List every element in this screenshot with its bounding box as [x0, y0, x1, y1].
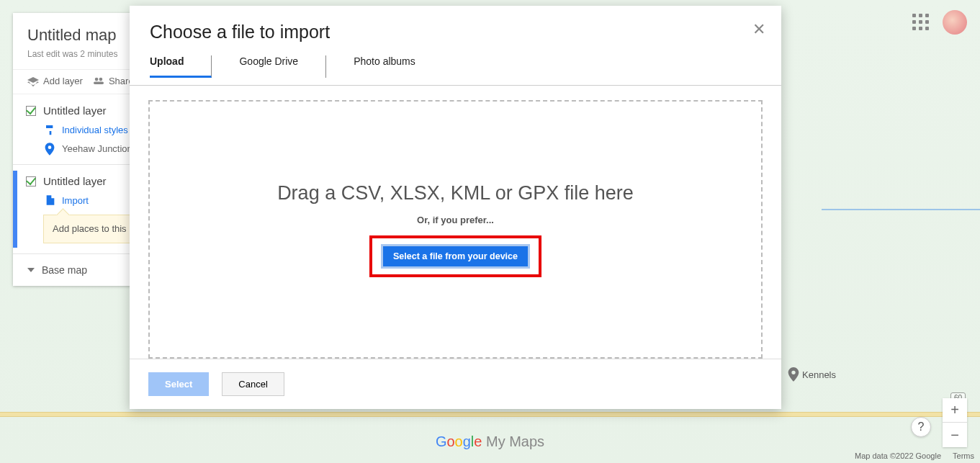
- import-modal: Choose a file to import ✕ Upload Google …: [130, 6, 781, 409]
- select-file-button[interactable]: Select a file from your device: [381, 244, 530, 269]
- instruction-highlight: Select a file from your device: [369, 235, 541, 277]
- close-icon[interactable]: ✕: [752, 20, 765, 39]
- map-data-text: Map data ©2022 Google: [855, 451, 941, 460]
- zoom-control: + −: [943, 398, 967, 447]
- chevron-down-icon: [27, 268, 35, 272]
- share-icon: [93, 76, 104, 86]
- tab-google-drive[interactable]: Google Drive: [212, 55, 326, 78]
- help-button[interactable]: ?: [911, 417, 931, 437]
- layer-visibility-checkbox[interactable]: [26, 106, 36, 116]
- cancel-button[interactable]: Cancel: [222, 372, 284, 396]
- tab-upload[interactable]: Upload: [150, 55, 212, 78]
- layer-name[interactable]: Untitled layer: [43, 104, 107, 117]
- svg-point-0: [95, 77, 99, 81]
- account-avatar[interactable]: [943, 10, 967, 35]
- import-icon: [45, 194, 56, 206]
- add-layer-button[interactable]: Add layer: [27, 76, 83, 86]
- dropzone-heading: Drag a CSV, XLSX, KML or GPX file here: [277, 182, 634, 204]
- paint-roller-icon: [45, 124, 56, 135]
- google-apps-icon[interactable]: [912, 14, 930, 31]
- layers-icon: [27, 76, 39, 86]
- svg-point-1: [99, 77, 103, 81]
- layer-name[interactable]: Untitled layer: [43, 175, 107, 187]
- zoom-in-button[interactable]: +: [943, 398, 967, 423]
- divider: [130, 85, 781, 86]
- poi-label[interactable]: Kennels: [788, 367, 836, 382]
- svg-rect-2: [94, 81, 104, 84]
- modal-tabs: Upload Google Drive Photo albums: [150, 55, 761, 78]
- dropzone-sub: Or, if you prefer...: [417, 215, 494, 225]
- terms-link[interactable]: Terms: [953, 451, 974, 460]
- google-mymaps-logo: Google My Maps: [436, 433, 544, 450]
- share-button[interactable]: Share: [93, 76, 134, 86]
- river: [822, 209, 980, 210]
- modal-title: Choose a file to import: [150, 22, 761, 42]
- dropzone[interactable]: Drag a CSV, XLSX, KML or GPX file here O…: [148, 100, 763, 359]
- zoom-out-button[interactable]: −: [943, 423, 967, 447]
- select-button[interactable]: Select: [148, 372, 209, 396]
- tab-photo-albums[interactable]: Photo albums: [326, 55, 443, 78]
- layer-visibility-checkbox[interactable]: [26, 176, 36, 186]
- map-credits: Map data ©2022 Google Terms: [855, 451, 974, 460]
- pin-icon: [45, 143, 56, 154]
- road: 60: [0, 412, 980, 417]
